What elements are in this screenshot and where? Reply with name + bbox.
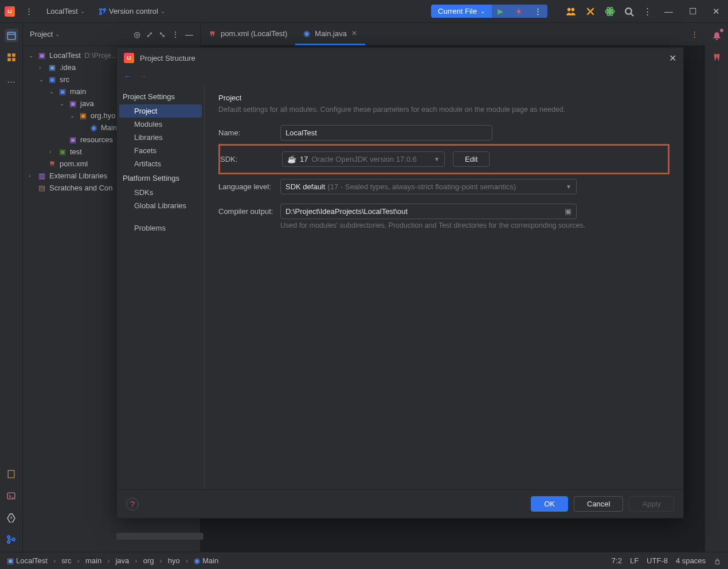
dialog-sidebar-scrollbar[interactable] (116, 533, 203, 540)
svg-rect-16 (8, 470, 14, 478)
breadcrumb-item[interactable]: ▣ LocalTest (7, 556, 48, 565)
sidebar-item-libraries[interactable]: Libraries (117, 131, 204, 144)
content-subheading: Default settings for all modules. Config… (218, 106, 670, 114)
lang-secondary: (17 - Sealed types, always-strict floati… (327, 182, 516, 191)
panel-options-icon[interactable]: ⋮ (171, 30, 179, 39)
run-config-label: Current File (438, 7, 477, 15)
apply-button: Apply (629, 496, 674, 512)
sidebar-item-artifacts[interactable]: Artifacts (117, 157, 204, 170)
svg-point-3 (517, 10, 520, 13)
project-panel-title[interactable]: Project ⌄ (30, 30, 60, 38)
nav-back-button[interactable]: ← (124, 72, 132, 81)
vcs-label: Version control (109, 7, 158, 15)
maven-tool-button[interactable] (710, 50, 723, 64)
hide-panel-icon[interactable]: — (185, 30, 193, 39)
editor-tab-pom[interactable]: pom.xml (LocalTest) (201, 23, 295, 45)
readonly-lock-icon[interactable] (714, 556, 721, 565)
close-tab-icon[interactable]: ✕ (351, 29, 357, 37)
vcs-dropdown[interactable]: Version control ⌄ (95, 5, 169, 18)
chevron-down-icon: ⌄ (55, 31, 60, 37)
sidebar-item-modules[interactable]: Modules (117, 118, 204, 131)
sidebar-item-project[interactable]: Project (119, 104, 202, 118)
breadcrumb-item[interactable]: ◉ Main (194, 556, 218, 565)
breadcrumb-item[interactable]: src (61, 556, 71, 565)
ide-tools-icon[interactable] (585, 6, 596, 17)
notifications-button[interactable] (710, 29, 723, 42)
breadcrumb-sep: › (77, 556, 80, 565)
git-tool-button[interactable] (5, 532, 18, 546)
svg-point-18 (7, 536, 10, 538)
main-menu-icon[interactable]: ⋮ (22, 7, 36, 15)
cancel-button[interactable]: Cancel (574, 496, 623, 512)
dialog-title: Project Structure (140, 54, 195, 63)
svg-rect-15 (12, 58, 15, 61)
run-more-button[interactable]: ⋮ (529, 5, 547, 18)
breadcrumb-item[interactable]: java (115, 556, 129, 565)
file-encoding[interactable]: UTF-8 (647, 556, 668, 565)
svg-point-9 (609, 10, 610, 12)
expand-all-icon[interactable]: ⤢ (146, 30, 153, 39)
sidebar-item-sdks[interactable]: SDKs (117, 186, 204, 199)
svg-rect-13 (12, 53, 15, 57)
collapse-all-icon[interactable]: ⤡ (159, 30, 166, 39)
cursor-position[interactable]: 7:2 (612, 556, 622, 565)
sdk-highlight: SDK: ☕ 17 Oracle OpenJDK version 17.0.6 … (218, 144, 670, 174)
select-opened-file-icon[interactable]: ◎ (134, 30, 140, 39)
compiler-output-label: Compiler output: (218, 207, 280, 216)
line-separator[interactable]: LF (630, 556, 639, 565)
app-icon: IJ (5, 6, 15, 17)
run-button[interactable]: ▶ (492, 5, 509, 18)
sidebar-item-problems[interactable]: Problems (117, 221, 204, 235)
code-with-me-icon[interactable] (566, 6, 576, 17)
compiler-output-input[interactable]: D:\Project\IdeaProjects\LocalTest\out ▣ (280, 204, 577, 219)
more-tools-button[interactable]: … (5, 72, 18, 86)
close-window-icon[interactable]: ✕ (709, 6, 723, 17)
svg-point-4 (567, 8, 571, 11)
content-heading: Project (218, 93, 670, 102)
sidebar-item-global-libraries[interactable]: Global Libraries (117, 199, 204, 212)
project-name-input[interactable] (280, 125, 492, 141)
language-level-select[interactable]: SDK default (17 - Sealed types, always-s… (280, 179, 577, 194)
ok-button[interactable]: OK (531, 496, 568, 512)
services-tool-button[interactable] (5, 50, 18, 64)
nav-forward-button[interactable]: → (139, 72, 147, 81)
sidebar-heading: Project Settings (117, 89, 204, 104)
breadcrumb-sep: › (53, 556, 56, 565)
breadcrumb-item[interactable]: hyo (168, 556, 180, 565)
java-icon: ☕ (287, 155, 296, 163)
svg-rect-14 (7, 58, 11, 61)
run-config-button[interactable]: Current File ⌄ (431, 5, 492, 18)
project-tool-button[interactable] (5, 29, 18, 42)
svg-rect-21 (715, 561, 719, 564)
help-button[interactable]: ? (126, 498, 139, 510)
branch-icon (99, 7, 107, 16)
sdk-select[interactable]: ☕ 17 Oracle OpenJDK version 17.0.6 ▼ (282, 151, 445, 167)
svg-point-20 (13, 538, 15, 540)
editor-tab-main[interactable]: ◉ Main.java ✕ (295, 23, 365, 45)
sdk-edit-button[interactable]: Edit (453, 151, 490, 167)
settings-icon[interactable]: ⋮ (643, 6, 652, 17)
browse-folder-icon[interactable]: ▣ (565, 207, 572, 216)
bookmarks-tool-button[interactable] (5, 467, 18, 481)
name-label: Name: (218, 128, 280, 137)
svg-point-1 (100, 13, 102, 15)
sdk-desc: Oracle OpenJDK version 17.0.6 (311, 155, 417, 163)
dialog-close-button[interactable]: ✕ (669, 53, 676, 64)
ai-assistant-icon[interactable] (605, 6, 615, 17)
svg-rect-17 (7, 493, 15, 499)
debug-button[interactable] (509, 5, 529, 18)
terminal-tool-button[interactable] (5, 489, 18, 502)
project-dropdown[interactable]: LocalTest ⌄ (43, 5, 88, 18)
maximize-window-icon[interactable]: ☐ (686, 6, 700, 17)
problems-tool-button[interactable] (5, 510, 18, 524)
svg-point-19 (7, 540, 10, 543)
editor-tabs-more-icon[interactable]: ⋮ (684, 23, 705, 45)
minimize-window-icon[interactable]: — (661, 6, 676, 16)
search-icon[interactable] (624, 6, 634, 17)
sidebar-item-facets[interactable]: Facets (117, 144, 204, 157)
indent-settings[interactable]: 4 spaces (676, 556, 706, 565)
breadcrumb-item[interactable]: main (85, 556, 101, 565)
breadcrumb-item[interactable]: org (143, 556, 154, 565)
compiler-output-hint: Used for modules' subdirectories, Produc… (280, 221, 670, 229)
class-icon: ◉ (303, 29, 310, 38)
